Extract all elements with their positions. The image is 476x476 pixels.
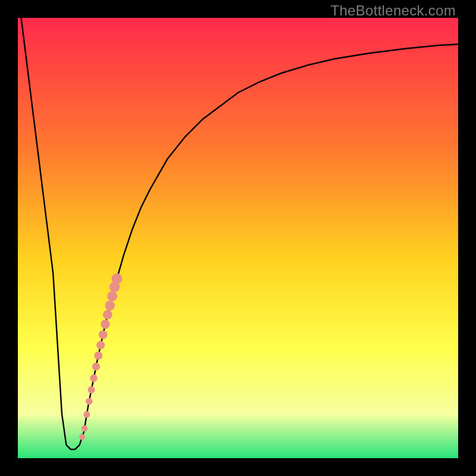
- watermark-text: TheBottleneck.com: [330, 2, 456, 19]
- highlight-dot: [101, 320, 109, 328]
- highlight-dot: [99, 330, 108, 339]
- bottleneck-chart: [18, 18, 458, 458]
- plot-area: [18, 18, 458, 458]
- highlight-dot: [92, 363, 100, 371]
- highlight-dot: [112, 274, 123, 284]
- chart-frame: TheBottleneck.com: [0, 0, 476, 476]
- highlight-dot: [86, 398, 93, 405]
- highlight-dot: [90, 374, 98, 382]
- highlight-dot: [79, 434, 85, 440]
- highlight-dot: [94, 352, 102, 360]
- highlight-dot: [88, 386, 95, 393]
- highlight-dot: [105, 300, 115, 310]
- highlight-dot: [83, 411, 90, 418]
- gradient-bg: [18, 18, 458, 458]
- highlight-dot: [82, 425, 88, 432]
- highlight-dot: [107, 291, 117, 301]
- highlight-dot: [103, 310, 112, 320]
- highlight-dot: [96, 341, 105, 349]
